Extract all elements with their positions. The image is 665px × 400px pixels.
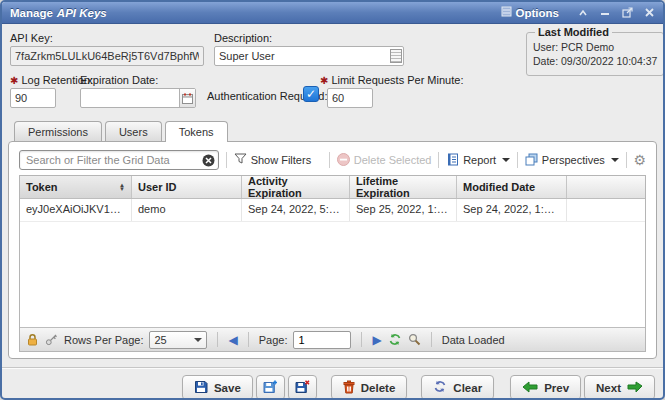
manage-api-keys-window: ManageAPI Keys Options API Key: Descript… [0,0,665,400]
report-button[interactable]: Report [446,153,510,168]
last-modified-panel: Last Modified User: PCR Demo Date: 09/30… [526,26,664,76]
save-icon [194,380,208,396]
tab-permissions[interactable]: Permissions [14,121,102,141]
prev-button[interactable]: Prev [510,375,581,400]
lock-icon[interactable] [26,333,39,346]
next-page-icon[interactable]: ▶ [372,334,381,346]
api-key-label: API Key: [10,32,53,44]
save-new-button[interactable] [256,375,285,400]
delete-selected-button[interactable]: Delete Selected [337,153,432,168]
column-header-activity-expiration[interactable]: Activity Expiration [242,176,350,198]
options-button[interactable]: Options [501,6,559,19]
column-header-user-id[interactable]: User ID [132,176,242,198]
cell-user-id: demo [132,199,242,221]
funnel-icon [234,153,247,167]
minimize-icon[interactable] [597,6,613,20]
check-icon: ✓ [306,87,316,101]
tokens-tab-panel: Show Filters Delete Selected Report [8,141,657,359]
column-header-token[interactable]: Token ▲▼ [20,176,132,198]
rows-per-page-select[interactable]: 25 [149,331,207,349]
clear-button[interactable]: Clear [421,375,494,400]
expiration-date-label: Expiration Date: [80,74,158,86]
api-key-field[interactable] [10,46,204,66]
trash-icon [343,380,355,396]
grid-footer: Rows Per Page: 25 ◀ Page: ▶ [20,327,645,351]
next-button[interactable]: Next [584,375,655,400]
arrow-left-icon [522,381,538,395]
cell-token: eyJ0eXAiOiJKV1QiLCJ... [20,199,132,221]
perspectives-button[interactable]: Perspectives [525,153,619,168]
last-modified-legend: Last Modified [535,26,612,38]
clear-search-icon[interactable] [202,153,215,166]
required-marker: ✱ [320,75,328,86]
save-button[interactable]: Save [182,375,253,400]
expand-textarea-icon[interactable] [390,49,402,63]
clear-icon [433,380,447,395]
tab-users[interactable]: Users [105,121,162,141]
report-icon [446,153,459,168]
collapse-icon[interactable] [575,6,591,20]
grid-toolbar: Show Filters Delete Selected Report [19,148,646,172]
column-header-lifetime-expiration[interactable]: Lifetime Expiration [350,176,457,198]
chevron-down-icon [194,338,202,342]
rows-per-page-label: Rows Per Page: [64,334,143,346]
grid-status-text: Data Loaded [442,334,505,346]
options-grid-icon [501,6,512,19]
window-title: ManageAPI Keys [10,7,107,19]
delete-button[interactable]: Delete [331,375,408,400]
minus-circle-icon [337,153,350,168]
gear-icon[interactable]: ⚙ [633,153,646,167]
prev-page-icon[interactable]: ◀ [228,334,237,346]
last-modified-date: Date: 09/30/2022 10:04:37 [533,54,657,68]
calendar-icon[interactable] [179,89,195,107]
column-header-modified-date[interactable]: Modified Date [457,176,567,198]
limit-requests-field[interactable] [327,88,373,108]
cell-activity-expiration: Sep 24, 2022, 5:36 pm [242,199,350,221]
grid-empty-area [20,222,645,327]
key-icon[interactable] [45,333,58,346]
description-field[interactable] [214,46,404,66]
chevron-down-icon [611,158,619,162]
magnifier-icon[interactable] [408,333,421,346]
arrow-right-icon [627,381,643,395]
save-new-icon [263,380,278,396]
auth-required-checkbox[interactable]: ✓ [303,86,319,102]
required-marker: ✱ [10,75,18,86]
tokens-grid: Token ▲▼ User ID Activity Expiration Lif… [19,175,646,352]
grid-header-row: Token ▲▼ User ID Activity Expiration Lif… [20,176,645,199]
save-close-button[interactable] [288,375,317,400]
cell-lifetime-expiration: Sep 25, 2022, 1:36 pm [350,199,457,221]
perspectives-icon [525,153,538,168]
cell-empty [567,199,645,221]
page-number-input[interactable] [293,331,351,349]
show-filters-button[interactable]: Show Filters [234,153,312,167]
cell-modified-date: Sep 24, 2022, 1:36 pm [457,199,567,221]
column-header-empty [567,176,645,198]
sort-icon: ▲▼ [119,183,125,191]
refresh-icon[interactable] [388,333,402,346]
action-button-bar: Save Delete Clear [2,368,663,400]
title-bar: ManageAPI Keys Options [2,2,663,24]
popout-icon[interactable] [619,6,635,20]
chevron-down-icon [502,158,510,162]
last-modified-user: User: PCR Demo [533,40,657,54]
tab-bar: Permissions Users Tokens [2,120,663,141]
save-close-icon [295,380,310,396]
page-label: Page: [259,334,288,346]
table-row[interactable]: eyJ0eXAiOiJKV1QiLCJ... demo Sep 24, 2022… [20,199,645,222]
search-input[interactable] [19,150,219,170]
limit-requests-label: ✱Limit Requests Per Minute: [320,74,463,86]
close-icon[interactable] [641,6,657,20]
description-label: Description: [214,32,272,44]
api-key-form: API Key: Description: Last Modified User… [2,24,663,120]
log-retention-field[interactable] [10,88,56,108]
tab-tokens[interactable]: Tokens [165,121,228,142]
